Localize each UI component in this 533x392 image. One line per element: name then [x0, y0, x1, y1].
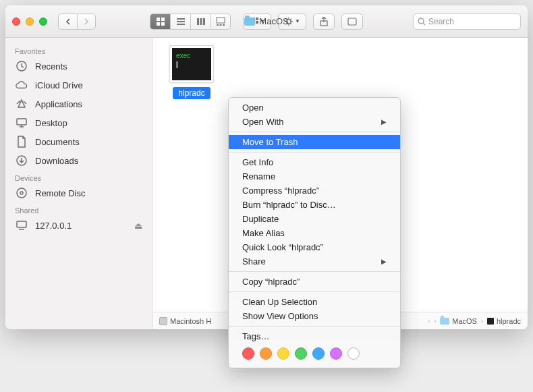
svg-rect-2 [157, 22, 160, 26]
sidebar-item-icloud-drive[interactable]: iCloud Drive [5, 76, 152, 94]
tag-orange[interactable] [260, 347, 272, 360]
back-button[interactable] [58, 13, 77, 30]
path-item[interactable]: hlpradc [487, 317, 521, 325]
svg-rect-16 [256, 18, 258, 20]
menu-separator [229, 152, 400, 152]
exec-icon [487, 318, 494, 325]
nav-back-forward [58, 13, 96, 30]
menu-item-clean-up-selection[interactable]: Clean Up Selection [229, 295, 400, 309]
sidebar-item-applications[interactable]: Applications [5, 94, 152, 113]
menu-item-open[interactable]: Open [229, 101, 400, 115]
sidebar-item-desktop[interactable]: Desktop [5, 113, 152, 132]
tag-gray[interactable] [347, 347, 360, 360]
svg-rect-7 [197, 18, 199, 25]
submenu-arrow-icon: ▶ [381, 118, 387, 125]
doc-icon [15, 136, 28, 148]
menu-item-make-alias[interactable]: Make Alias [229, 226, 400, 240]
menu-item-move-to-trash[interactable]: Move to Trash [229, 135, 400, 149]
search-field[interactable]: Search [413, 13, 521, 30]
search-placeholder: Search [428, 17, 454, 26]
menu-item-rename[interactable]: Rename [229, 169, 400, 184]
eject-icon[interactable]: ⏏ [134, 221, 142, 231]
hd-icon [159, 317, 167, 325]
svg-rect-10 [217, 18, 225, 23]
file-item[interactable]: exec hlpradc [165, 46, 219, 99]
svg-point-26 [17, 188, 26, 198]
sidebar-header: Devices [5, 170, 152, 184]
path-sep-icon: › [481, 318, 483, 325]
sidebar-header: Favorites [5, 43, 152, 57]
monitor-icon [15, 219, 28, 231]
menu-item-label: Copy “hlpradc” [242, 277, 300, 287]
titlebar: MacOS ▼ ▼ Search [5, 5, 528, 38]
menu-item-label: Make Alias [242, 228, 285, 238]
column-view-button[interactable] [190, 13, 211, 30]
tag-green[interactable] [295, 347, 307, 360]
menu-item-quick-look-hlpradc[interactable]: Quick Look “hlpradc” [229, 240, 400, 254]
icon-view-button[interactable] [150, 13, 170, 30]
menu-item-get-info[interactable]: Get Info [229, 155, 400, 169]
share-button[interactable] [313, 13, 335, 30]
menu-item-duplicate[interactable]: Duplicate [229, 212, 400, 226]
menu-separator [229, 132, 400, 132]
menu-item-burn-hlpradc-to-disc[interactable]: Burn “hlpradc” to Disc… [229, 198, 400, 212]
svg-rect-4 [177, 18, 185, 20]
path-item[interactable]: MacOS [440, 317, 477, 325]
forward-button[interactable] [77, 13, 96, 30]
tag-red[interactable] [242, 347, 254, 360]
svg-point-20 [287, 20, 291, 24]
svg-rect-18 [252, 21, 255, 24]
list-view-button[interactable] [170, 13, 190, 30]
sidebar-item-remote-disc[interactable]: Remote Disc [5, 184, 152, 202]
sidebar-header: Shared [5, 202, 152, 216]
tags-button[interactable] [341, 13, 363, 30]
submenu-arrow-icon: ▶ [381, 258, 387, 265]
gallery-view-button[interactable] [211, 13, 231, 30]
menu-item-label: Show View Options [242, 311, 318, 321]
menu-item-label: Burn “hlpradc” to Disc… [242, 200, 336, 210]
svg-rect-12 [220, 24, 222, 26]
menu-item-open-with[interactable]: Open With▶ [229, 115, 400, 129]
path-sep-icon: › [434, 318, 436, 325]
svg-point-22 [418, 18, 424, 24]
path-item[interactable]: Macintosh H [159, 317, 211, 325]
arrange-button[interactable]: ▼ [243, 13, 271, 30]
menu-item-copy-hlpradc[interactable]: Copy “hlpradc” [229, 275, 400, 289]
sidebar-item-127-0-0-1[interactable]: 127.0.0.1⏏ [5, 216, 152, 235]
menu-separator [229, 291, 400, 292]
svg-rect-28 [17, 221, 26, 227]
desktop-icon [15, 117, 28, 129]
svg-rect-1 [161, 18, 165, 21]
menu-item-label: Rename [242, 171, 275, 181]
sidebar: FavoritesRecentsiCloud DriveApplications… [5, 38, 152, 329]
tag-yellow[interactable] [277, 347, 289, 360]
minimize-window-button[interactable] [26, 18, 34, 26]
svg-rect-6 [177, 24, 185, 25]
tag-purple[interactable] [330, 347, 342, 360]
menu-item-label: Compress “hlpradc” [242, 186, 319, 196]
sidebar-item-documents[interactable]: Documents [5, 132, 152, 151]
menu-item-compress-hlpradc[interactable]: Compress “hlpradc” [229, 184, 400, 198]
apps-icon [15, 98, 28, 110]
menu-item-label: Get Info [242, 157, 273, 167]
menu-item-tags[interactable]: Tags… [229, 329, 400, 343]
tag-blue[interactable] [312, 347, 325, 360]
menu-item-share[interactable]: Share▶ [229, 254, 400, 269]
sidebar-item-recents[interactable]: Recents [5, 57, 152, 76]
sidebar-item-label: Downloads [35, 156, 78, 166]
zoom-window-button[interactable] [39, 18, 47, 26]
close-window-button[interactable] [12, 18, 20, 26]
sidebar-item-downloads[interactable]: Downloads [5, 151, 152, 170]
exec-file-icon: exec [170, 46, 213, 82]
action-button[interactable]: ▼ [278, 13, 306, 30]
svg-rect-8 [200, 18, 202, 25]
disc-icon [15, 187, 28, 199]
svg-rect-0 [157, 18, 160, 21]
svg-rect-17 [249, 21, 252, 24]
menu-item-show-view-options[interactable]: Show View Options [229, 309, 400, 323]
tags-row [229, 343, 400, 365]
sidebar-item-label: Desktop [35, 118, 67, 128]
menu-item-label: Move to Trash [242, 137, 298, 147]
svg-rect-19 [256, 21, 258, 24]
view-mode-group [150, 13, 231, 30]
